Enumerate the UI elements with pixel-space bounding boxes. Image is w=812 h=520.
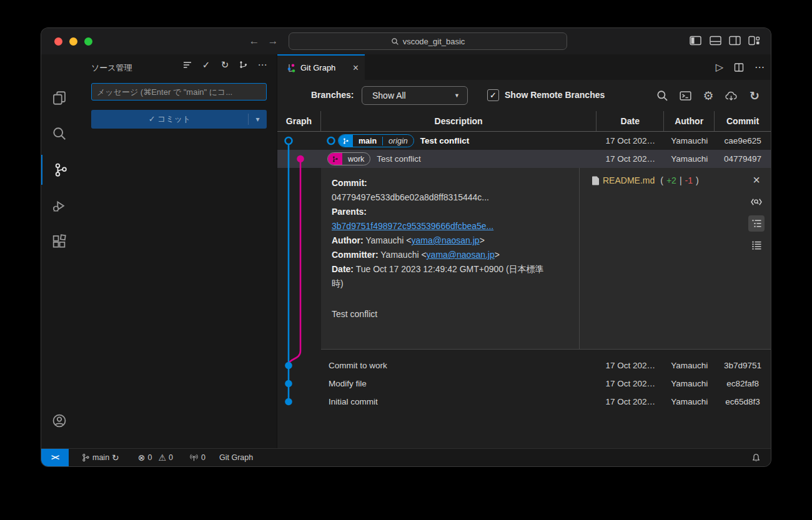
tab-strip: Git Graph × ▷ ⋯ [277, 54, 771, 80]
extensions-icon[interactable] [41, 227, 77, 257]
branch-icon [339, 135, 353, 147]
repo-settings-gear-icon[interactable]: ⚙ [702, 89, 715, 102]
commit-row-main[interactable]: main origin Test conflict 17 Oct 202… Ya… [277, 132, 771, 150]
show-remote-branches-label: Show Remote Branches [505, 90, 605, 100]
branch-badge-main[interactable]: main origin [338, 134, 414, 147]
vscode-window: ← → vscode_git_basic [41, 28, 771, 466]
broadcast-icon [189, 453, 199, 462]
toggle-secondary-sidebar-icon[interactable] [729, 36, 741, 47]
commit-row-work[interactable]: work Test conflict 17 Oct 202… Yamauchi … [277, 150, 771, 168]
source-control-icon[interactable] [41, 155, 79, 185]
close-traffic-light[interactable] [54, 37, 62, 46]
branch-status-item[interactable]: main ↻ [80, 453, 121, 463]
remote-indicator[interactable]: >< [41, 449, 69, 466]
notifications-bell-icon[interactable] [751, 449, 761, 466]
back-icon[interactable]: ← [247, 28, 261, 54]
find-icon[interactable] [656, 89, 668, 102]
sync-icon: ↻ [112, 453, 119, 463]
commit-row-3b7d9751[interactable]: Commit to work 17 Oct 202… Yamauchi 3b7d… [277, 356, 771, 375]
warnings-icon: ⚠ [159, 453, 167, 463]
search-text: vscode_git_basic [403, 37, 465, 46]
header-date[interactable]: Date [597, 111, 664, 131]
ports-status-item[interactable]: 0 [188, 453, 207, 462]
commit-subject: Test conflict [420, 136, 470, 145]
run-file-icon[interactable]: ▷ [716, 61, 723, 73]
zoom-traffic-light[interactable] [84, 37, 92, 46]
explorer-icon[interactable] [41, 83, 77, 113]
file-icon [592, 176, 600, 185]
check-icon: ✓ [149, 114, 156, 124]
checkbox-check-icon: ✓ [490, 91, 497, 100]
git-graph-status-item[interactable]: Git Graph [218, 453, 254, 462]
dropdown-arrow-icon: ▼ [454, 92, 460, 99]
accounts-icon[interactable] [41, 406, 77, 436]
run-debug-icon[interactable] [41, 191, 77, 221]
commit-details-panel: Commit: 04779497e533db6e02a8d8ff8315444c… [321, 168, 771, 350]
view-git-graph-icon[interactable] [238, 59, 249, 71]
author-email-link[interactable]: yama@naosan.jp [411, 235, 479, 245]
customize-layout-icon[interactable] [748, 36, 761, 47]
code-review-icon[interactable] [748, 194, 765, 210]
command-center-search[interactable]: vscode_git_basic [289, 32, 567, 50]
commit-row-ec65d8f3[interactable]: Initial commit 17 Oct 202… Yamauchi ec65… [277, 393, 771, 411]
editor-group: Git Graph × ▷ ⋯ Branches: Show All ▼ [277, 54, 771, 448]
search-icon [391, 37, 399, 46]
refresh-icon[interactable]: ↻ [219, 59, 230, 71]
commit-subject: Test conflict [377, 154, 421, 164]
sidebar-title: ソース管理 [91, 62, 132, 74]
commit-hash: 04779497e533db6e02a8d8ff8315444c... [332, 190, 552, 205]
branches-dropdown[interactable]: Show All ▼ [362, 86, 468, 105]
commit-dropdown-icon[interactable]: ▾ [249, 115, 267, 124]
header-graph[interactable]: Graph [277, 111, 321, 131]
more-actions-icon[interactable]: ⋯ [257, 59, 268, 71]
main-area: ⚙ 1 ソース管理 ✓ ↻ ⋯ ✓ コミット ▾ [41, 54, 771, 448]
file-list-view-icon[interactable] [748, 237, 765, 253]
editor-more-actions-icon[interactable]: ⋯ [755, 61, 765, 73]
commit-message: Test conflict [332, 307, 552, 321]
errors-icon: ⊗ [138, 453, 146, 463]
header-author[interactable]: Author [664, 111, 715, 131]
committer-email-link[interactable]: yama@naosan.jp [427, 250, 495, 260]
toggle-primary-sidebar-icon[interactable] [690, 36, 702, 47]
git-graph-toolbar: Branches: Show All ▼ ✓ Show Remote Branc… [277, 80, 771, 111]
branch-icon [328, 153, 342, 165]
activity-bar: ⚙ 1 [41, 54, 77, 448]
minimize-traffic-light[interactable] [69, 37, 77, 46]
header-description[interactable]: Description [321, 111, 597, 131]
commit-table: Graph Description Date Author Commit [277, 111, 771, 448]
tab-git-graph[interactable]: Git Graph × [277, 54, 365, 80]
toggle-panel-icon[interactable] [710, 36, 722, 47]
view-as-list-icon[interactable] [182, 59, 193, 71]
status-bar: >< main ↻ ⊗ 0 ⚠ 0 0 Git Graph [41, 448, 771, 466]
tab-close-icon[interactable]: × [353, 62, 359, 74]
file-tree-view-icon[interactable] [748, 215, 765, 232]
tab-label: Git Graph [300, 63, 335, 72]
terminal-icon[interactable] [679, 89, 691, 102]
fetch-cloud-icon[interactable] [725, 89, 738, 102]
commit-button[interactable]: ✓ コミット ▾ [91, 110, 267, 129]
parent-hash-link[interactable]: 3b7d9751f498972c953539666dfcbea5e... [332, 221, 493, 231]
table-header: Graph Description Date Author Commit [277, 111, 771, 132]
title-bar: ← → vscode_git_basic [41, 28, 771, 54]
branch-badge-work[interactable]: work [327, 152, 370, 165]
forward-icon[interactable]: → [266, 28, 280, 54]
changed-file-readme[interactable]: README.md ( +2 | -1 ) [592, 175, 699, 185]
close-details-icon[interactable]: × [748, 172, 765, 188]
commit-row-ec82faf8[interactable]: Modify file 17 Oct 202… Yamauchi ec82faf… [277, 375, 771, 393]
commit-check-icon[interactable]: ✓ [201, 59, 212, 71]
commit-message-input[interactable] [91, 83, 267, 101]
search-sidebar-icon[interactable] [41, 119, 77, 149]
branches-label: Branches: [311, 90, 354, 100]
git-graph-tab-icon [286, 63, 296, 73]
problems-status-item[interactable]: ⊗ 0 ⚠ 0 [137, 453, 174, 463]
split-editor-icon[interactable] [734, 62, 744, 72]
header-commit[interactable]: Commit [715, 111, 771, 131]
refresh-graph-icon[interactable]: ↻ [748, 89, 761, 102]
commit-details-row: Commit: 04779497e533db6e02a8d8ff8315444c… [277, 168, 771, 356]
show-remote-branches-checkbox[interactable]: ✓ [487, 89, 499, 101]
branch-icon [81, 453, 90, 462]
source-control-sidebar: ソース管理 ✓ ↻ ⋯ ✓ コミット ▾ [77, 54, 277, 448]
